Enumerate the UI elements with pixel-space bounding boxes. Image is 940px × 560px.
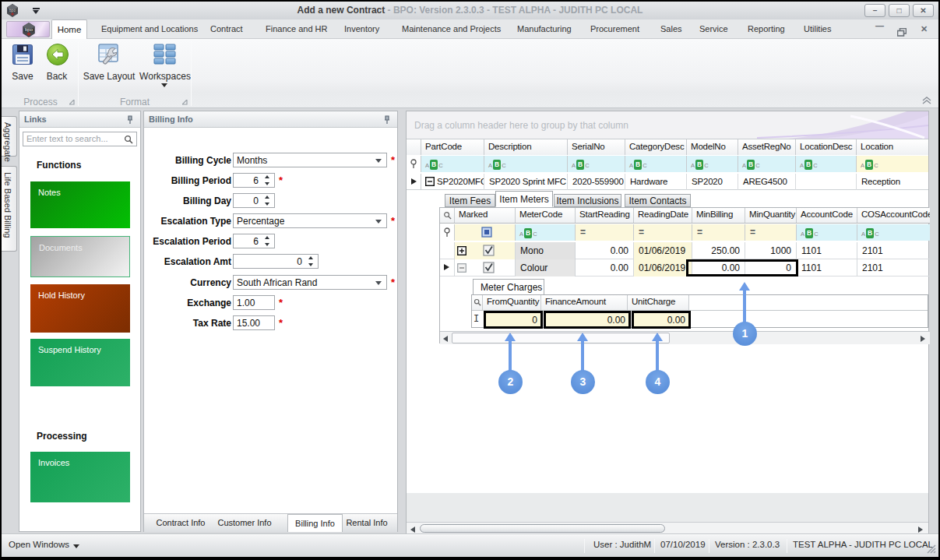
svg-text:bpo: bpo — [25, 27, 33, 32]
